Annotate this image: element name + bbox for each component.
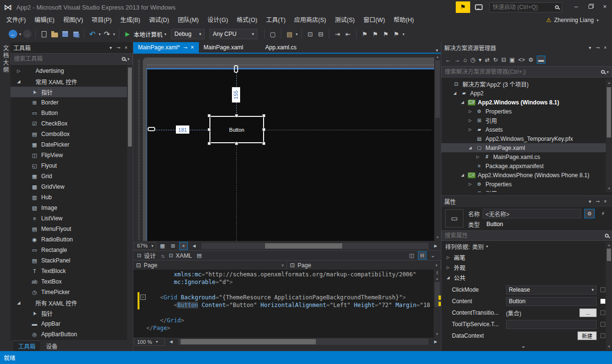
toolbox-scrollbar[interactable] (127, 66, 133, 340)
close-icon[interactable] (191, 44, 194, 51)
scroll-right-icon[interactable] (431, 242, 440, 250)
resize-handle[interactable] (208, 114, 211, 117)
undo-dropdown-icon[interactable] (99, 32, 101, 36)
scroll-down-icon[interactable] (606, 185, 612, 192)
pin-icon[interactable] (115, 45, 122, 50)
properties-scrollbar[interactable] (606, 242, 612, 350)
close-icon[interactable] (601, 199, 609, 204)
top-anchor-chain-icon[interactable] (234, 65, 238, 73)
tree-item[interactable]: ▤ App2.Windows_TemporaryKey.pfx (441, 134, 612, 143)
expand-more-icon[interactable] (441, 342, 605, 349)
tab-device[interactable]: 设备 (41, 341, 62, 351)
property-marker[interactable] (600, 333, 605, 338)
menu-item[interactable]: 设计(G) (203, 15, 232, 25)
resize-handle[interactable] (262, 142, 266, 145)
scroll-up-icon[interactable] (606, 242, 612, 249)
properties-icon[interactable] (528, 57, 533, 63)
collapse-pane-icon[interactable] (428, 251, 437, 260)
tab-mainpage-xaml-active[interactable]: MainPage.xaml* (133, 42, 199, 53)
user-account[interactable]: Zhenning Liang (546, 17, 599, 23)
scroll-up-icon[interactable] (606, 80, 612, 86)
find-in-files-icon[interactable] (285, 29, 294, 39)
toolbox-item[interactable]: ➤ 指针 (11, 308, 133, 318)
menu-item[interactable]: 视图(V) (59, 15, 88, 25)
properties-search[interactable] (441, 230, 612, 241)
menu-item[interactable]: 工具(T) (262, 15, 290, 25)
menu-item[interactable]: 测试(S) (331, 15, 359, 25)
expander-icon[interactable]: ▷ (445, 265, 451, 270)
toolbox-item[interactable]: ▥ Hub (11, 192, 133, 203)
collapse-all-icon[interactable] (501, 57, 506, 63)
menu-item[interactable]: 帮助(H) (389, 15, 418, 25)
tab-mainpage-xaml[interactable]: MainPage.xaml (199, 42, 248, 53)
xaml-code-editor[interactable]: − xmlns:mc="http://schemas.openxmlformat… (133, 270, 441, 338)
view-code-icon[interactable] (518, 57, 525, 63)
menu-item[interactable]: 格式(O) (232, 15, 262, 25)
scrollbar-thumb[interactable] (181, 339, 316, 344)
document-outline-tab[interactable]: 文档大纲 (0, 42, 12, 77)
toolbox-item[interactable]: ▦ Grid (11, 171, 133, 182)
chevron-down-icon[interactable] (479, 57, 482, 63)
quick-launch-input[interactable] (493, 4, 555, 11)
editor-zoom-select[interactable]: 100 % (134, 338, 165, 346)
expander-icon[interactable]: ▷ (475, 155, 481, 159)
left-anchor-chain-icon[interactable] (148, 127, 155, 131)
toolbox-item[interactable]: ◫ FlipView (11, 150, 133, 160)
document-outline-button[interactable] (197, 252, 202, 259)
scroll-left-icon[interactable] (190, 242, 198, 250)
toolbox-item[interactable]: ▬ AppBar (11, 318, 133, 329)
editor-horizontal-scrollbar[interactable] (178, 339, 428, 345)
collection-browse-button[interactable]: ... (579, 308, 597, 317)
toolbox-item[interactable]: ≡ ListView (11, 213, 133, 224)
expander-icon[interactable]: ▷ (467, 118, 473, 123)
scroll-up-icon[interactable] (434, 54, 441, 60)
menu-item[interactable]: 调试(D) (145, 15, 173, 25)
toolbox-item[interactable]: ▩ GridView (11, 182, 133, 192)
expander-icon[interactable]: ▷ (445, 255, 451, 260)
menu-item[interactable]: 文件(F) (2, 15, 30, 25)
window-menu-icon[interactable] (586, 45, 594, 50)
clickmode-select[interactable]: Release (506, 285, 597, 295)
toolbox-item[interactable]: ◱ Flyout (11, 160, 133, 171)
toolbox-item[interactable]: ◉ RadioButton (11, 234, 133, 245)
show-all-files-icon[interactable] (537, 56, 545, 64)
toolbox-item[interactable]: ◷ TimePicker (11, 287, 133, 297)
close-icon[interactable] (601, 45, 609, 50)
swap-panes-button[interactable] (161, 253, 164, 259)
expander-icon[interactable]: ◢ (467, 146, 473, 150)
scrollbar-thumb[interactable] (265, 243, 342, 249)
save-all-button[interactable] (71, 29, 80, 39)
resize-handle[interactable] (208, 142, 211, 145)
design-view-tab[interactable]: 设计 (137, 251, 156, 260)
back-dropdown-icon[interactable] (19, 32, 21, 36)
minimize-button[interactable] (569, 0, 583, 14)
toolbox-item[interactable]: ▧ Image (11, 203, 133, 213)
property-marker[interactable] (600, 287, 605, 292)
expander-icon[interactable]: ▷ (15, 68, 22, 73)
toolbox-item[interactable]: ▤ ComboBox (11, 129, 133, 139)
expander-icon[interactable]: ◢ (452, 91, 458, 95)
property-marker[interactable] (600, 310, 605, 315)
toolbox-item[interactable]: ☑ CheckBox (11, 118, 133, 129)
tree-item[interactable]: ≡ Package.appxmanifest (441, 161, 612, 171)
tree-item[interactable]: ⊡ 解决方案'App2' (3 个项目) (441, 80, 612, 89)
undo-button[interactable] (88, 29, 97, 39)
expander-icon[interactable]: ◢ (445, 275, 451, 280)
scroll-left-icon[interactable] (167, 338, 175, 346)
chevron-down-icon[interactable] (127, 57, 129, 61)
toolbox-item[interactable]: ▦ DatePicker (11, 139, 133, 150)
scrollbar-thumb[interactable] (435, 60, 440, 118)
feedback-icon[interactable] (475, 4, 483, 10)
fold-collapse-icon[interactable]: − (140, 295, 146, 300)
toolbox-item[interactable]: ⊞ Border (11, 97, 133, 108)
toolbox-item[interactable]: ▭ Rectangle (11, 245, 133, 255)
resize-handle[interactable] (235, 114, 238, 117)
designer-vertical-scrollbar[interactable] (434, 54, 441, 241)
tree-item[interactable]: ▷ ⊞ 引用 (441, 116, 612, 125)
open-file-button[interactable] (50, 29, 59, 39)
resize-handle[interactable] (262, 128, 266, 131)
expander-icon[interactable]: ◢ (15, 300, 22, 305)
resize-handle[interactable] (208, 128, 211, 131)
property-marker[interactable] (600, 299, 605, 304)
scroll-down-icon[interactable] (434, 234, 441, 241)
